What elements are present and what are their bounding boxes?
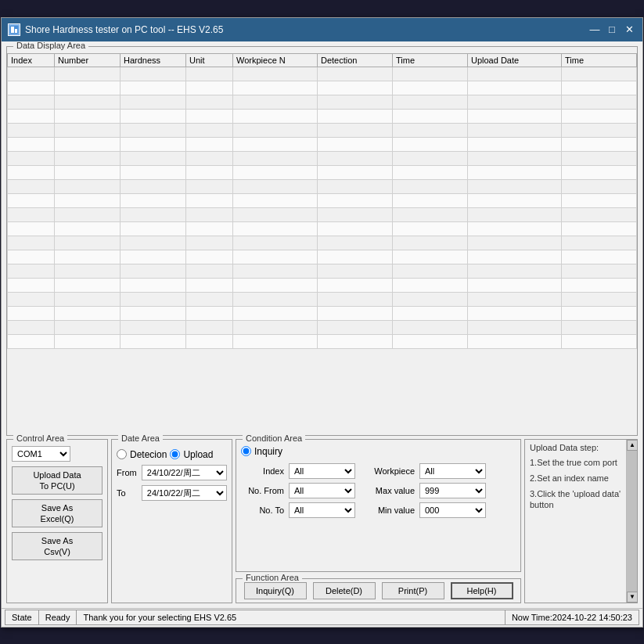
status-message: Thank you for your selecting EHS V2.65 bbox=[77, 610, 505, 625]
control-area-label: Control Area bbox=[13, 434, 67, 443]
print-button[interactable]: Print(P) bbox=[382, 582, 444, 599]
col-number: Number bbox=[55, 53, 121, 67]
table-row bbox=[8, 81, 637, 95]
save-excel-line2: Excel(Q) bbox=[41, 514, 74, 523]
detection-radio[interactable] bbox=[117, 449, 127, 459]
upload-step-3: 3.Click the 'upload data' button bbox=[530, 488, 621, 511]
main-content: Data Display Area Index Number Hardness … bbox=[2, 41, 642, 608]
max-value-select[interactable]: 999 bbox=[419, 483, 486, 498]
index-row: Index All Workpiece All bbox=[241, 463, 516, 479]
scroll-down-button[interactable]: ▼ bbox=[627, 592, 638, 603]
upload-step-1: 1.Set the true com port bbox=[530, 457, 621, 468]
time-value: 2024-10-22 14:50:23 bbox=[552, 613, 632, 622]
upload-steps-list: 1.Set the true com port 2.Set an index n… bbox=[530, 457, 621, 511]
upload-label: Upload bbox=[183, 449, 213, 460]
bottom-panels: Control Area COM1 COM2 COM3 COM4 Upload … bbox=[6, 439, 638, 603]
table-row bbox=[8, 250, 637, 264]
col-time1: Time bbox=[393, 53, 468, 67]
scrollbar-track: ▲ ▼ bbox=[626, 440, 637, 603]
data-table: Index Number Hardness Unit Workpiece N D… bbox=[7, 53, 637, 349]
table-row bbox=[8, 306, 637, 320]
table-row bbox=[8, 221, 637, 236]
table-row bbox=[8, 193, 637, 207]
col-detection: Detection bbox=[318, 53, 393, 67]
upload-steps-content: Upload Data step: 1.Set the true com por… bbox=[525, 440, 626, 603]
workpiece-select[interactable]: All bbox=[419, 463, 486, 479]
scroll-up-button[interactable]: ▲ bbox=[627, 440, 638, 451]
maximize-button[interactable]: □ bbox=[605, 23, 619, 37]
to-label: To bbox=[117, 488, 139, 498]
col-unit: Unit bbox=[186, 53, 233, 67]
save-csv-button[interactable]: Save As Csv(V) bbox=[12, 532, 103, 560]
index-select[interactable]: All bbox=[289, 463, 355, 479]
col-time2: Time bbox=[562, 53, 637, 67]
no-from-select[interactable]: All bbox=[289, 483, 355, 498]
window-controls: — □ ✕ bbox=[588, 23, 636, 37]
condition-area-label: Condition Area bbox=[243, 434, 305, 443]
delete-button[interactable]: Delete(D) bbox=[313, 582, 376, 599]
max-value-label: Max value bbox=[360, 486, 415, 495]
table-row bbox=[8, 179, 637, 193]
workpiece-label: Workpiece bbox=[360, 466, 415, 476]
table-row bbox=[8, 236, 637, 250]
save-excel-line1: Save As bbox=[41, 503, 73, 513]
no-to-row: No. To All Min value 000 bbox=[241, 502, 516, 518]
condition-area: Condition Area Inquiry Index All Workpie… bbox=[236, 439, 521, 572]
status-time: Now Time: 2024-10-22 14:50:23 bbox=[505, 610, 639, 625]
no-from-label: No. From bbox=[241, 486, 284, 495]
com-port-row: COM1 COM2 COM3 COM4 bbox=[12, 446, 103, 462]
condition-function-panel: Condition Area Inquiry Index All Workpie… bbox=[236, 439, 521, 603]
scrollbar-thumb[interactable] bbox=[627, 451, 637, 592]
inquiry-radio[interactable] bbox=[241, 446, 251, 456]
time-prefix: Now Time: bbox=[512, 613, 552, 622]
detection-label: Detecion bbox=[130, 449, 167, 460]
upload-steps-title: Upload Data step: bbox=[530, 443, 621, 452]
col-index: Index bbox=[8, 53, 55, 67]
col-upload-date: Upload Date bbox=[468, 53, 562, 67]
minimize-button[interactable]: — bbox=[588, 23, 602, 37]
table-row bbox=[8, 278, 637, 292]
svg-rect-1 bbox=[11, 27, 14, 33]
upload-radio[interactable] bbox=[170, 449, 180, 459]
state-label: State bbox=[5, 610, 39, 625]
upload-steps-panel: Upload Data step: 1.Set the true com por… bbox=[524, 439, 638, 603]
table-row bbox=[8, 109, 637, 123]
no-to-select[interactable]: All bbox=[289, 502, 355, 518]
table-row bbox=[8, 165, 637, 179]
svg-rect-2 bbox=[15, 29, 17, 33]
upload-data-button[interactable]: Upload Data To PC(U) bbox=[12, 466, 103, 495]
table-row bbox=[8, 67, 637, 81]
upload-line1: Upload Data bbox=[33, 470, 81, 480]
table-row bbox=[8, 320, 637, 334]
com-port-select[interactable]: COM1 COM2 COM3 COM4 bbox=[12, 446, 70, 462]
control-area: Control Area COM1 COM2 COM3 COM4 Upload … bbox=[6, 439, 108, 603]
save-excel-button[interactable]: Save As Excel(Q) bbox=[12, 499, 103, 527]
col-workpiece: Workpiece N bbox=[233, 53, 318, 67]
function-area: Function Area Inquiry(Q) Delete(D) Print… bbox=[236, 578, 521, 603]
no-to-label: No. To bbox=[241, 505, 284, 515]
from-date-select[interactable]: 24/10/22/周二 bbox=[142, 465, 227, 480]
col-hardness: Hardness bbox=[121, 53, 186, 67]
date-area: Date Area Detecion Upload From 24/10/22/… bbox=[111, 439, 232, 603]
table-row bbox=[8, 207, 637, 221]
upload-line2: To PC(U) bbox=[39, 481, 74, 491]
data-table-container[interactable]: Index Number Hardness Unit Workpiece N D… bbox=[7, 53, 637, 435]
from-label: From bbox=[117, 468, 139, 477]
data-display-area: Data Display Area Index Number Hardness … bbox=[6, 46, 638, 436]
save-csv-line2: Csv(V) bbox=[44, 547, 70, 556]
min-value-select[interactable]: 000 bbox=[419, 502, 486, 518]
help-button[interactable]: Help(H) bbox=[451, 582, 513, 599]
no-from-row: No. From All Max value 999 bbox=[241, 483, 516, 498]
upload-step-2: 2.Set an index name bbox=[530, 473, 621, 484]
table-row bbox=[8, 292, 637, 306]
app-icon bbox=[8, 23, 20, 36]
save-csv-line1: Save As bbox=[41, 536, 73, 545]
title-bar: Shore Hardness tester on PC tool -- EHS … bbox=[2, 18, 642, 41]
data-display-label: Data Display Area bbox=[13, 41, 88, 50]
date-type-row: Detecion Upload bbox=[117, 449, 227, 460]
function-buttons: Inquiry(Q) Delete(D) Print(P) Help(H) bbox=[241, 582, 516, 599]
to-date-select[interactable]: 24/10/22/周二 bbox=[142, 485, 227, 501]
close-button[interactable]: ✕ bbox=[622, 23, 636, 37]
inquiry-button[interactable]: Inquiry(Q) bbox=[244, 582, 307, 599]
ready-label: Ready bbox=[39, 610, 77, 625]
